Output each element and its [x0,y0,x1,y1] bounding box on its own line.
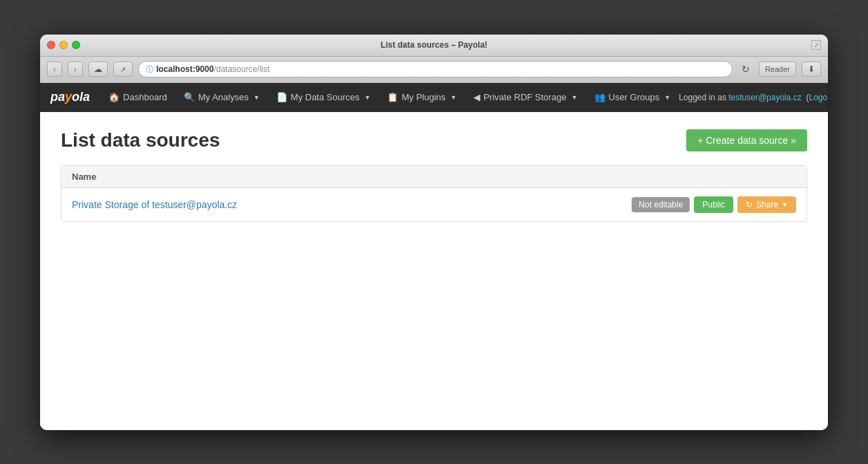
row-actions: Not editable Public ↻ Share ▼ [632,196,796,213]
create-data-source-button[interactable]: + Create data source » [686,129,807,151]
url-host: localhost:9000 [156,64,214,74]
share-label: Share [756,200,778,210]
url-bar[interactable]: ⓘ localhost:9000 /datasource/list [138,61,733,77]
nav-logged-in: Logged in as testuser@payola.cz (Logout) [679,93,828,102]
fullscreen-control[interactable]: ⤢ [811,40,821,50]
secure-icon: ⓘ [146,64,153,75]
plugins-icon: 📋 [387,92,398,102]
data-sources-table: Name Private Storage of testuser@payola.… [61,165,807,222]
app-navbar: payola 🏠 Dashboard 🔍 My Analyses ▼ 📄 My … [40,83,828,112]
main-content: List data sources + Create data source »… [40,112,828,430]
title-bar: List data sources – Payola! ⤢ [40,35,828,57]
nav-private-rdf-label: Private RDF Storage [484,92,567,102]
download-button[interactable]: ⬇ [802,62,821,77]
home-icon: 🏠 [108,92,120,102]
datasource-link[interactable]: Private Storage of testuser@payola.cz [72,199,632,210]
forward-button[interactable]: › [68,62,83,77]
minimize-button[interactable] [59,41,68,49]
nav-my-analyses[interactable]: 🔍 My Analyses ▼ [176,83,268,112]
nav-my-plugins-label: My Plugins [402,92,446,102]
url-path: /datasource/list [214,64,270,74]
reload-button[interactable]: ↻ [738,62,753,77]
app-logo: payola [50,90,90,104]
nav-private-rdf-storage[interactable]: ◀ Private RDF Storage ▼ [465,83,586,112]
maximize-button[interactable] [72,41,80,49]
close-button[interactable] [47,41,55,49]
user-email-link[interactable]: testuser@payola.cz [728,93,802,102]
rdf-caret: ▼ [572,94,578,101]
public-button[interactable]: Public [694,196,733,213]
usergroups-icon: 👥 [594,92,605,102]
nav-my-plugins[interactable]: 📋 My Plugins ▼ [379,83,465,112]
traffic-lights [47,41,80,49]
analyses-icon: 🔍 [184,92,195,102]
plugins-caret: ▼ [451,94,457,101]
logo-ola: ola [72,90,90,104]
logo-y: y [65,90,72,104]
nav-dashboard-label: Dashboard [123,92,167,102]
not-editable-badge: Not editable [632,197,690,212]
rdf-icon: ◀ [473,92,480,102]
table-row: Private Storage of testuser@payola.cz No… [62,188,806,221]
share-icon[interactable]: ↗ [113,62,133,77]
nav-my-analyses-label: My Analyses [198,92,249,102]
share-button[interactable]: ↻ Share ▼ [737,196,796,213]
window-title: List data sources – Payola! [381,40,488,50]
nav-my-data-sources[interactable]: 📄 My Data Sources ▼ [268,83,379,112]
reader-button[interactable]: Reader [759,62,796,77]
logo-pay: pa [50,90,65,104]
logged-in-prefix: Logged in as [679,93,728,102]
nav-user-groups-label: User Groups [609,92,660,102]
cloud-icon[interactable]: ☁ [88,62,108,77]
share-refresh-icon: ↻ [746,200,753,210]
datasources-caret: ▼ [364,94,370,101]
back-button[interactable]: ‹ [47,62,62,77]
datasources-icon: 📄 [276,92,287,102]
page-header: List data sources + Create data source » [61,129,807,151]
logout-link[interactable]: Logout [809,93,828,102]
usergroups-caret: ▼ [664,94,670,101]
fullscreen-icon[interactable]: ⤢ [811,40,821,50]
nav-dashboard[interactable]: 🏠 Dashboard [100,83,176,112]
browser-window: List data sources – Payola! ⤢ ‹ › ☁ ↗ ⓘ … [40,35,828,430]
table-header-name: Name [62,166,806,188]
address-bar: ‹ › ☁ ↗ ⓘ localhost:9000 /datasource/lis… [40,57,828,83]
nav-user-groups[interactable]: 👥 User Groups ▼ [586,83,679,112]
nav-my-data-sources-label: My Data Sources [291,92,360,102]
analyses-caret: ▼ [254,94,260,101]
share-caret: ▼ [782,201,788,208]
page-title: List data sources [61,129,220,151]
